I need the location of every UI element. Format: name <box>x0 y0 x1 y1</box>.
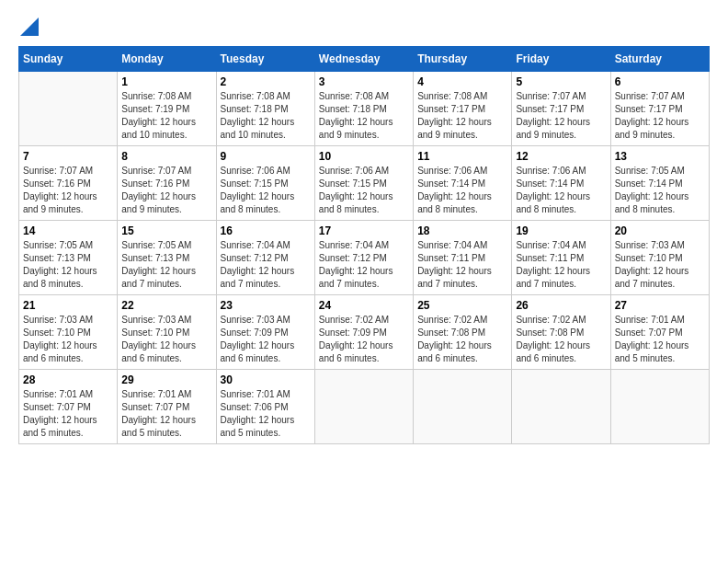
day-number: 16 <box>221 224 311 237</box>
day-info: Sunrise: 7:08 AMSunset: 7:18 PMDaylight:… <box>319 90 409 142</box>
day-info: Sunrise: 7:04 AMSunset: 7:11 PMDaylight:… <box>417 239 507 291</box>
day-info: Sunrise: 7:07 AMSunset: 7:17 PMDaylight:… <box>615 90 705 142</box>
day-info: Sunrise: 7:02 AMSunset: 7:08 PMDaylight:… <box>417 314 507 365</box>
day-number: 8 <box>121 150 211 163</box>
day-number: 5 <box>516 75 606 88</box>
day-info: Sunrise: 7:01 AMSunset: 7:07 PMDaylight:… <box>615 314 705 365</box>
day-number: 4 <box>417 75 507 88</box>
day-number: 19 <box>516 224 606 237</box>
calendar-cell <box>314 370 413 444</box>
day-number: 6 <box>615 75 705 88</box>
day-number: 17 <box>319 224 409 237</box>
day-number: 26 <box>516 299 606 312</box>
day-info: Sunrise: 7:03 AMSunset: 7:10 PMDaylight:… <box>23 314 113 365</box>
calendar-cell: 30Sunrise: 7:01 AMSunset: 7:06 PMDayligh… <box>216 370 314 444</box>
calendar: SundayMondayTuesdayWednesdayThursdayFrid… <box>18 46 710 444</box>
day-number: 3 <box>319 75 409 88</box>
calendar-cell: 5Sunrise: 7:07 AMSunset: 7:17 PMDaylight… <box>512 72 610 146</box>
calendar-cell: 11Sunrise: 7:06 AMSunset: 7:14 PMDayligh… <box>414 146 512 221</box>
calendar-cell <box>610 370 709 444</box>
calendar-cell <box>414 370 512 444</box>
day-info: Sunrise: 7:06 AMSunset: 7:15 PMDaylight:… <box>319 165 409 216</box>
calendar-cell: 9Sunrise: 7:06 AMSunset: 7:15 PMDaylight… <box>216 146 314 221</box>
day-number: 28 <box>23 373 113 386</box>
calendar-cell: 7Sunrise: 7:07 AMSunset: 7:16 PMDaylight… <box>19 146 118 221</box>
day-info: Sunrise: 7:02 AMSunset: 7:09 PMDaylight:… <box>319 314 409 365</box>
calendar-cell: 22Sunrise: 7:03 AMSunset: 7:10 PMDayligh… <box>118 295 216 370</box>
day-number: 1 <box>121 75 211 88</box>
calendar-cell: 29Sunrise: 7:01 AMSunset: 7:07 PMDayligh… <box>118 370 216 444</box>
calendar-cell: 21Sunrise: 7:03 AMSunset: 7:10 PMDayligh… <box>19 295 118 370</box>
calendar-cell: 20Sunrise: 7:03 AMSunset: 7:10 PMDayligh… <box>610 221 709 295</box>
calendar-cell: 14Sunrise: 7:05 AMSunset: 7:13 PMDayligh… <box>19 221 118 295</box>
calendar-cell: 27Sunrise: 7:01 AMSunset: 7:07 PMDayligh… <box>610 295 709 370</box>
day-number: 23 <box>221 299 311 312</box>
day-info: Sunrise: 7:06 AMSunset: 7:14 PMDaylight:… <box>516 165 606 216</box>
day-number: 30 <box>221 373 311 386</box>
calendar-cell: 1Sunrise: 7:08 AMSunset: 7:19 PMDaylight… <box>118 72 216 146</box>
day-header-tuesday: Tuesday <box>216 47 314 72</box>
calendar-cell: 17Sunrise: 7:04 AMSunset: 7:12 PMDayligh… <box>314 221 413 295</box>
day-header-wednesday: Wednesday <box>314 47 413 72</box>
day-number: 12 <box>516 150 606 163</box>
day-number: 20 <box>615 224 705 237</box>
day-header-friday: Friday <box>512 47 610 72</box>
calendar-cell: 2Sunrise: 7:08 AMSunset: 7:18 PMDaylight… <box>216 72 314 146</box>
calendar-cell: 6Sunrise: 7:07 AMSunset: 7:17 PMDaylight… <box>610 72 709 146</box>
calendar-cell: 28Sunrise: 7:01 AMSunset: 7:07 PMDayligh… <box>19 370 118 444</box>
day-number: 24 <box>319 299 409 312</box>
day-info: Sunrise: 7:02 AMSunset: 7:08 PMDaylight:… <box>516 314 606 365</box>
day-number: 10 <box>319 150 409 163</box>
svg-marker-0 <box>20 17 39 36</box>
day-info: Sunrise: 7:04 AMSunset: 7:11 PMDaylight:… <box>516 239 606 291</box>
day-number: 25 <box>417 299 507 312</box>
logo-icon <box>20 17 39 36</box>
day-info: Sunrise: 7:01 AMSunset: 7:07 PMDaylight:… <box>121 388 211 440</box>
day-header-saturday: Saturday <box>610 47 709 72</box>
day-number: 18 <box>417 224 507 237</box>
calendar-cell <box>512 370 610 444</box>
day-number: 7 <box>23 150 113 163</box>
day-header-monday: Monday <box>118 47 216 72</box>
day-info: Sunrise: 7:04 AMSunset: 7:12 PMDaylight:… <box>319 239 409 291</box>
calendar-cell: 4Sunrise: 7:08 AMSunset: 7:17 PMDaylight… <box>414 72 512 146</box>
day-info: Sunrise: 7:05 AMSunset: 7:14 PMDaylight:… <box>615 165 705 216</box>
calendar-cell: 24Sunrise: 7:02 AMSunset: 7:09 PMDayligh… <box>314 295 413 370</box>
day-info: Sunrise: 7:08 AMSunset: 7:18 PMDaylight:… <box>221 90 311 142</box>
day-number: 11 <box>417 150 507 163</box>
calendar-cell <box>19 72 118 146</box>
day-info: Sunrise: 7:01 AMSunset: 7:07 PMDaylight:… <box>23 388 113 440</box>
day-number: 13 <box>615 150 705 163</box>
day-info: Sunrise: 7:07 AMSunset: 7:16 PMDaylight:… <box>23 165 113 216</box>
calendar-cell: 13Sunrise: 7:05 AMSunset: 7:14 PMDayligh… <box>610 146 709 221</box>
day-number: 21 <box>23 299 113 312</box>
calendar-cell: 16Sunrise: 7:04 AMSunset: 7:12 PMDayligh… <box>216 221 314 295</box>
day-info: Sunrise: 7:05 AMSunset: 7:13 PMDaylight:… <box>121 239 211 291</box>
day-header-sunday: Sunday <box>19 47 118 72</box>
day-number: 27 <box>615 299 705 312</box>
calendar-cell: 19Sunrise: 7:04 AMSunset: 7:11 PMDayligh… <box>512 221 610 295</box>
calendar-cell: 18Sunrise: 7:04 AMSunset: 7:11 PMDayligh… <box>414 221 512 295</box>
day-info: Sunrise: 7:08 AMSunset: 7:17 PMDaylight:… <box>417 90 507 142</box>
day-header-thursday: Thursday <box>414 47 512 72</box>
calendar-cell: 15Sunrise: 7:05 AMSunset: 7:13 PMDayligh… <box>118 221 216 295</box>
calendar-cell: 3Sunrise: 7:08 AMSunset: 7:18 PMDaylight… <box>314 72 413 146</box>
logo <box>18 18 39 37</box>
day-info: Sunrise: 7:05 AMSunset: 7:13 PMDaylight:… <box>23 239 113 291</box>
day-info: Sunrise: 7:03 AMSunset: 7:10 PMDaylight:… <box>121 314 211 365</box>
day-info: Sunrise: 7:07 AMSunset: 7:16 PMDaylight:… <box>121 165 211 216</box>
day-number: 2 <box>221 75 311 88</box>
day-number: 9 <box>221 150 311 163</box>
calendar-cell: 25Sunrise: 7:02 AMSunset: 7:08 PMDayligh… <box>414 295 512 370</box>
day-info: Sunrise: 7:04 AMSunset: 7:12 PMDaylight:… <box>221 239 311 291</box>
day-info: Sunrise: 7:08 AMSunset: 7:19 PMDaylight:… <box>121 90 211 142</box>
day-info: Sunrise: 7:03 AMSunset: 7:10 PMDaylight:… <box>615 239 705 291</box>
calendar-cell: 12Sunrise: 7:06 AMSunset: 7:14 PMDayligh… <box>512 146 610 221</box>
calendar-cell: 26Sunrise: 7:02 AMSunset: 7:08 PMDayligh… <box>512 295 610 370</box>
calendar-cell: 23Sunrise: 7:03 AMSunset: 7:09 PMDayligh… <box>216 295 314 370</box>
day-info: Sunrise: 7:07 AMSunset: 7:17 PMDaylight:… <box>516 90 606 142</box>
day-number: 14 <box>23 224 113 237</box>
day-info: Sunrise: 7:06 AMSunset: 7:14 PMDaylight:… <box>417 165 507 216</box>
day-info: Sunrise: 7:03 AMSunset: 7:09 PMDaylight:… <box>221 314 311 365</box>
calendar-cell: 8Sunrise: 7:07 AMSunset: 7:16 PMDaylight… <box>118 146 216 221</box>
